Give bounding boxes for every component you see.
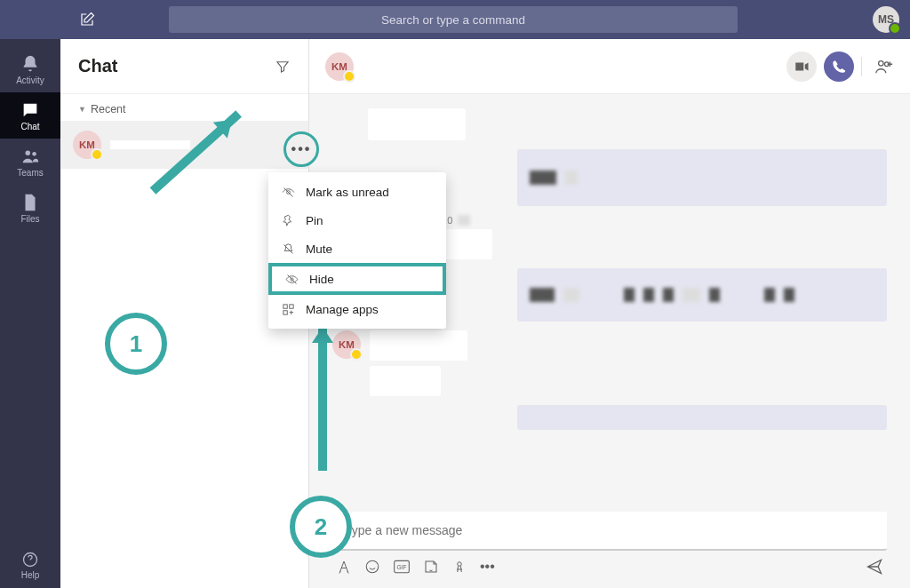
pin-icon (281, 214, 295, 227)
composer-toolbar: GIF ••• (332, 551, 887, 576)
caret-down-icon: ▼ (78, 105, 86, 114)
menu-item-label: Mark as unread (306, 186, 389, 199)
menu-item-hide[interactable]: Hide (268, 263, 446, 295)
redacted-text (530, 171, 556, 185)
menu-item-mute[interactable]: Mute (268, 234, 446, 263)
menu-item-mark-unread[interactable]: Mark as unread (268, 178, 446, 206)
redacted-text (624, 288, 635, 302)
more-options-button[interactable]: ••• (283, 131, 319, 167)
message-input[interactable] (345, 523, 874, 537)
mute-icon (281, 242, 295, 256)
composer-area: GIF ••• (309, 512, 910, 588)
redacted-text (764, 288, 775, 302)
compose-icon (79, 12, 95, 28)
svg-rect-11 (283, 304, 286, 307)
rail-label: Teams (17, 168, 43, 178)
section-label-text: Recent (91, 103, 126, 115)
incoming-message-group (368, 108, 887, 140)
chat-list-header: Chat (60, 39, 308, 94)
svg-point-1 (32, 151, 36, 155)
menu-item-label: Mute (306, 242, 332, 256)
avatar: KM (332, 330, 361, 359)
compose-button[interactable] (73, 5, 101, 34)
apps-icon (281, 303, 295, 316)
rail-item-files[interactable]: Files (0, 185, 60, 231)
app-rail: Activity Chat Teams Files Help (0, 39, 60, 588)
unread-icon (281, 186, 295, 199)
avatar: KM (325, 52, 354, 81)
bell-icon (20, 54, 40, 74)
format-icon[interactable] (336, 559, 352, 575)
rail-item-help[interactable]: Help (0, 542, 60, 588)
praise-icon[interactable] (451, 559, 467, 575)
avatar-initials: KM (339, 339, 355, 350)
teams-icon (20, 147, 40, 166)
message-bubble-outgoing[interactable] (517, 268, 887, 322)
svg-text:GIF: GIF (396, 564, 406, 570)
message-bubble[interactable] (368, 108, 466, 140)
send-button[interactable] (866, 558, 883, 576)
video-call-button[interactable] (786, 52, 817, 82)
redacted-text (663, 288, 674, 302)
rail-label: Chat (20, 122, 39, 131)
hide-icon (284, 273, 299, 286)
message-bubble[interactable] (370, 366, 441, 396)
message-bubble[interactable] (370, 330, 467, 361)
audio-call-button[interactable] (824, 52, 854, 82)
add-people-button[interactable] (861, 57, 894, 76)
redacted-text (682, 288, 700, 302)
redacted-text (565, 171, 578, 185)
menu-item-label: Pin (306, 214, 323, 227)
ellipsis-icon: ••• (291, 141, 312, 157)
profile-avatar[interactable]: MS (873, 6, 899, 33)
svg-rect-13 (283, 310, 286, 314)
avatar: KM (73, 131, 101, 159)
message-bubble-outgoing[interactable] (517, 149, 887, 206)
sticker-icon[interactable] (423, 559, 439, 575)
avatar-initials: KM (331, 61, 347, 72)
help-icon (21, 551, 39, 568)
phone-icon (832, 60, 846, 74)
rail-item-chat[interactable]: Chat (0, 92, 60, 139)
rail-label: Activity (16, 75, 44, 85)
redacted-text (563, 288, 579, 302)
message-composer[interactable] (332, 512, 887, 551)
redacted-text (784, 288, 794, 302)
chat-list-title: Chat (78, 56, 117, 76)
add-people-icon (874, 57, 894, 76)
redacted-text (643, 288, 654, 302)
svg-point-3 (879, 60, 884, 66)
svg-rect-12 (289, 304, 292, 307)
menu-item-label: Manage apps (306, 303, 379, 316)
more-icon[interactable]: ••• (480, 559, 495, 575)
svg-point-0 (26, 150, 31, 155)
context-menu: Mark as unread Pin Mute Hide Manage apps (268, 172, 446, 329)
avatar-initials: KM (79, 139, 95, 150)
emoji-icon[interactable] (364, 559, 380, 575)
rail-item-teams[interactable]: Teams (0, 139, 60, 185)
incoming-message-group (421, 229, 887, 259)
section-recent[interactable]: ▼ Recent (60, 94, 308, 121)
menu-item-label: Hide (309, 273, 334, 286)
title-bar: Search or type a command MS (0, 0, 910, 39)
gif-icon[interactable]: GIF (393, 559, 411, 575)
incoming-message-group: KM (332, 330, 887, 396)
menu-item-manage-apps[interactable]: Manage apps (268, 295, 446, 323)
profile-initials: MS (878, 13, 894, 26)
filter-icon[interactable] (275, 59, 291, 75)
message-timestamp: 4:0 (439, 215, 887, 226)
search-bar[interactable]: Search or type a command (169, 6, 738, 33)
chat-icon (20, 100, 40, 120)
chat-list-item[interactable]: KM ••• (60, 121, 308, 169)
rail-label: Help (21, 570, 40, 580)
chat-name-redacted (110, 140, 190, 149)
video-icon (794, 59, 810, 75)
message-bubble-outgoing[interactable] (517, 405, 887, 430)
svg-point-5 (366, 560, 379, 573)
rail-label: Files (20, 214, 39, 224)
rail-item-activity[interactable]: Activity (0, 46, 60, 92)
redacted-text (709, 288, 720, 302)
search-placeholder-text: Search or type a command (381, 13, 525, 27)
file-icon (20, 193, 40, 212)
menu-item-pin[interactable]: Pin (268, 206, 446, 234)
